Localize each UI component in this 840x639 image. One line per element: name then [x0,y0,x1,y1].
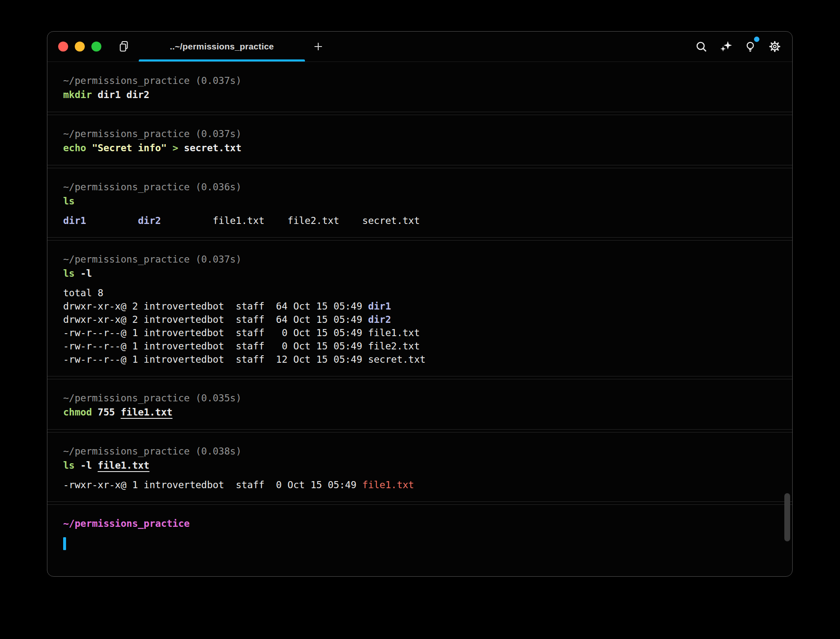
output-line: drwxr-xr-x@ 2 introvertedbot staff 64 Oc… [63,300,776,313]
text-segment: ~/permissions_practice (0.037s) [63,254,241,265]
text-segment: file1.txt file2.txt secret.txt [161,215,420,226]
text-segment: dir1 [368,301,391,312]
output-line: drwxr-xr-x@ 2 introvertedbot staff 64 Oc… [63,313,776,326]
text-segment: -l [75,460,98,471]
text-segment: ~/permissions_practice [63,518,190,529]
text-segment: "Secret info" [92,143,167,153]
text-segment: drwxr-xr-x@ 2 introvertedbot staff 64 Oc… [63,301,368,312]
text-segment: ls [63,268,75,279]
close-button[interactable] [58,42,68,52]
prompt-line: ~/permissions_practice (0.038s) [63,444,776,458]
text-segment: ~/permissions_practice (0.037s) [63,75,241,86]
output-line: -rw-r--r--@ 1 introvertedbot staff 12 Oc… [63,353,776,366]
text-segment: -rw-r--r--@ 1 introvertedbot staff 12 Oc… [63,354,425,365]
search-icon[interactable] [695,40,708,53]
text-segment: -l [75,268,92,279]
text-segment [86,143,92,153]
ai-sparkles-icon[interactable] [719,40,732,53]
text-segment: -rwxr-xr-x@ 1 introvertedbot staff 0 Oct… [63,479,362,490]
prompt-line: ~/permissions_practice (0.035s) [63,391,776,405]
command-line: mkdir dir1 dir2 [63,88,776,102]
text-segment: secret.txt [178,143,241,153]
text-segment: ~/permissions_practice (0.037s) [63,128,241,139]
command-block: ~/permissions_practice (0.037s)mkdir dir… [47,62,792,112]
text-segment: mkdir [63,89,92,100]
text-segment: chmod [63,407,92,418]
terminal-content: ~/permissions_practice (0.037s)mkdir dir… [47,62,792,576]
text-segment: ~/permissions_practice (0.038s) [63,446,241,457]
terminal-window: ..~/permissions_practice [47,31,793,577]
terminal-blocks: ~/permissions_practice (0.037s)mkdir dir… [47,62,792,560]
text-segment [86,215,138,226]
text-segment: > [172,143,178,153]
text-segment: dir2 [138,215,161,226]
new-tab-icon[interactable] [312,40,325,53]
file-path-link[interactable]: file1.txt [121,407,173,418]
cursor-line [63,537,776,551]
settings-gear-icon[interactable] [768,40,781,53]
scrollbar-thumb[interactable] [784,493,790,541]
active-tab-indicator [139,59,305,61]
titlebar-right-icons [695,40,792,53]
prompt-line: ~/permissions_practice (0.037s) [63,74,776,88]
minimize-button[interactable] [75,42,85,52]
text-segment: -rw-r--r--@ 1 introvertedbot staff 0 Oct… [63,327,420,338]
text-segment: drwxr-xr-x@ 2 introvertedbot staff 64 Oc… [63,314,368,325]
text-segment: ~/permissions_practice (0.035s) [63,393,241,403]
traffic-lights [58,42,101,52]
output-line: -rwxr-xr-x@ 1 introvertedbot staff 0 Oct… [63,478,776,492]
command-line: echo "Secret info" > secret.txt [63,141,776,155]
text-segment: -rw-r--r--@ 1 introvertedbot staff 0 Oct… [63,341,420,351]
command-line: ls [63,194,776,208]
prompt-line: ~/permissions_practice (0.037s) [63,252,776,266]
bookmarks-icon[interactable] [117,40,130,53]
text-segment: dir1 dir2 [92,89,149,100]
titlebar: ..~/permissions_practice [47,32,792,62]
tab-title: ..~/permissions_practice [170,42,274,52]
text-segment: ls [63,460,75,471]
output-line: -rw-r--r--@ 1 introvertedbot staff 0 Oct… [63,339,776,353]
prompt-line: ~/permissions_practice (0.037s) [63,127,776,141]
prompt-line: ~/permissions_practice (0.036s) [63,180,776,194]
command-block: ~/permissions_practice (0.038s)ls -l fil… [47,432,792,502]
command-block: ~/permissions_practice [47,504,792,560]
text-segment: dir1 [63,215,86,226]
text-segment: 755 [92,407,120,418]
command-block: ~/permissions_practice (0.037s)ls -ltota… [47,240,792,376]
prompt-line: ~/permissions_practice [63,516,776,531]
command-line: ls -l file1.txt [63,458,776,472]
text-segment: dir2 [368,314,391,325]
text-segment: ls [63,196,75,206]
desktop-background: ..~/permissions_practice [0,0,840,639]
text-segment [167,143,172,153]
command-block: ~/permissions_practice (0.035s)chmod 755… [47,379,792,430]
output-line: -rw-r--r--@ 1 introvertedbot staff 0 Oct… [63,326,776,339]
zoom-button[interactable] [91,42,101,52]
terminal-cursor [63,537,66,550]
command-block: ~/permissions_practice (0.037s)echo "Sec… [47,115,792,165]
output-line: total 8 [63,286,776,300]
notification-dot [754,37,759,42]
text-segment: file1.txt [362,479,414,490]
command-line: chmod 755 file1.txt [63,405,776,419]
file-path-link[interactable]: file1.txt [98,460,150,471]
tips-lightbulb-icon[interactable] [744,40,757,53]
output-line: dir1 dir2 file1.txt file2.txt secret.txt [63,214,776,227]
command-line: ls -l [63,266,776,280]
command-block: ~/permissions_practice (0.036s)lsdir1 di… [47,168,792,238]
text-segment: total 8 [63,288,103,298]
text-segment: echo [63,143,86,153]
text-segment: ~/permissions_practice (0.036s) [63,182,241,192]
tab-permissions-practice[interactable]: ..~/permissions_practice [139,32,305,61]
